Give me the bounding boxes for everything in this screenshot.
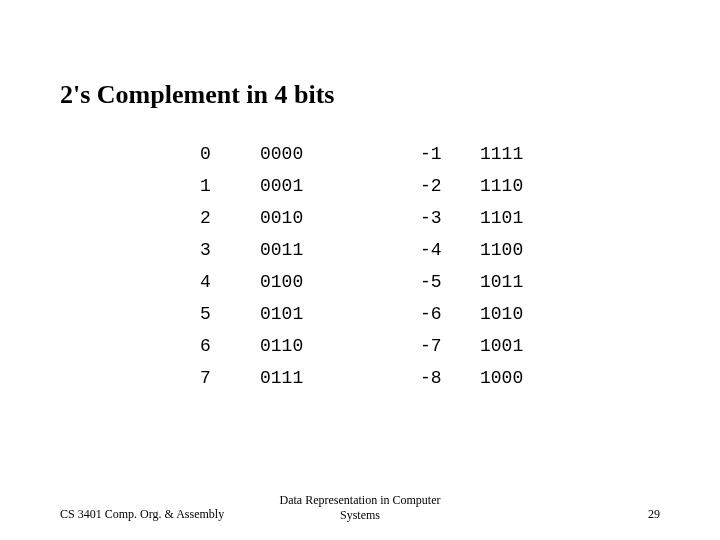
binary-positive: 0111 — [260, 362, 360, 394]
table-row: 3 0011 -4 1100 — [200, 234, 560, 266]
decimal-positive: 7 — [200, 362, 260, 394]
table-row: 4 0100 -5 1011 — [200, 266, 560, 298]
binary-negative: 1100 — [480, 234, 560, 266]
decimal-negative: -8 — [420, 362, 480, 394]
binary-positive: 0010 — [260, 202, 360, 234]
binary-positive: 0000 — [260, 138, 360, 170]
table-row: 1 0001 -2 1110 — [200, 170, 560, 202]
footer-chapter: Data Representation in ComputerSystems — [0, 493, 720, 522]
binary-positive: 0001 — [260, 170, 360, 202]
decimal-positive: 3 — [200, 234, 260, 266]
binary-positive: 0100 — [260, 266, 360, 298]
decimal-negative: -1 — [420, 138, 480, 170]
decimal-positive: 1 — [200, 170, 260, 202]
binary-negative: 1001 — [480, 330, 560, 362]
binary-positive: 0011 — [260, 234, 360, 266]
decimal-positive: 2 — [200, 202, 260, 234]
decimal-positive: 4 — [200, 266, 260, 298]
decimal-negative: -3 — [420, 202, 480, 234]
decimal-positive: 5 — [200, 298, 260, 330]
decimal-negative: -5 — [420, 266, 480, 298]
decimal-negative: -6 — [420, 298, 480, 330]
decimal-positive: 6 — [200, 330, 260, 362]
binary-negative: 1111 — [480, 138, 560, 170]
table-row: 5 0101 -6 1010 — [200, 298, 560, 330]
binary-negative: 1010 — [480, 298, 560, 330]
binary-negative: 1011 — [480, 266, 560, 298]
binary-negative: 1000 — [480, 362, 560, 394]
decimal-negative: -7 — [420, 330, 480, 362]
table-row: 0 0000 -1 1111 — [200, 138, 560, 170]
decimal-positive: 0 — [200, 138, 260, 170]
table-row: 6 0110 -7 1001 — [200, 330, 560, 362]
slide-title: 2's Complement in 4 bits — [60, 80, 660, 110]
slide: 2's Complement in 4 bits 0 0000 -1 1111 … — [0, 0, 720, 540]
decimal-negative: -2 — [420, 170, 480, 202]
binary-positive: 0101 — [260, 298, 360, 330]
binary-negative: 1110 — [480, 170, 560, 202]
twos-complement-table: 0 0000 -1 1111 1 0001 -2 1110 2 0010 — [200, 138, 660, 394]
footer-page-number: 29 — [648, 507, 660, 522]
binary-positive: 0110 — [260, 330, 360, 362]
binary-negative: 1101 — [480, 202, 560, 234]
table-row: 7 0111 -8 1000 — [200, 362, 560, 394]
decimal-negative: -4 — [420, 234, 480, 266]
table-row: 2 0010 -3 1101 — [200, 202, 560, 234]
